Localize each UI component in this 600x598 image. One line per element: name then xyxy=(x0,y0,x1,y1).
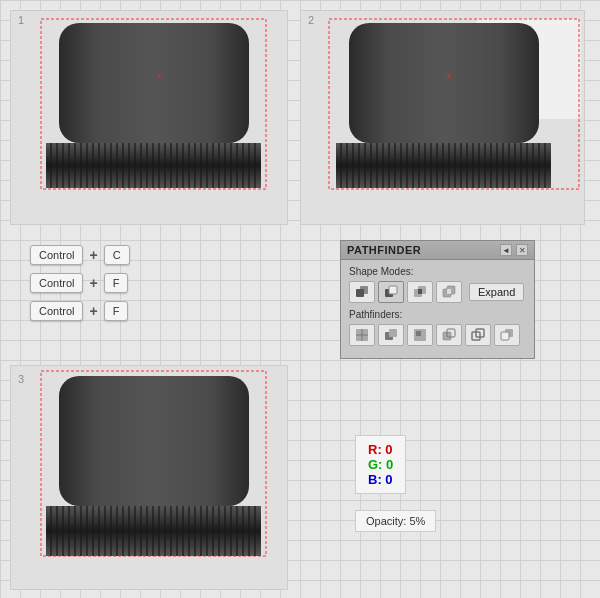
shape-minus-front-btn[interactable] xyxy=(378,281,404,303)
step1-label: 1 xyxy=(18,14,24,26)
key-control-2: Control xyxy=(30,273,83,293)
color-r-value: R: 0 xyxy=(368,442,393,457)
shape-unite-btn[interactable] xyxy=(349,281,375,303)
expand-button[interactable]: Expand xyxy=(469,283,524,301)
keyboard-shortcuts: Control + C Control + F Control + F xyxy=(30,245,230,321)
shortcut-row-1: Control + C xyxy=(30,245,230,265)
step2-label: 2 xyxy=(308,14,314,26)
pathfinder-divide-btn[interactable] xyxy=(349,324,375,346)
pathfinder-outline-btn[interactable] xyxy=(465,324,491,346)
key-c: C xyxy=(104,245,130,265)
pathfinder-minus-back-btn[interactable] xyxy=(494,324,520,346)
panel-step3 xyxy=(10,365,288,590)
key-f-2: F xyxy=(104,301,129,321)
lens-image-2 xyxy=(301,11,586,226)
panel-step2 xyxy=(300,10,585,225)
key-control-1: Control xyxy=(30,245,83,265)
opacity-label: Opacity: 5% xyxy=(366,515,425,527)
step3-label: 3 xyxy=(18,373,24,385)
pathfinder-controls: ◄ ✕ xyxy=(500,244,528,256)
pathfinder-close-btn[interactable]: ✕ xyxy=(516,244,528,256)
pathfinder-title: PATHFINDER xyxy=(347,244,421,256)
svg-rect-121 xyxy=(389,286,397,294)
shortcut-row-2: Control + F xyxy=(30,273,230,293)
pathfinder-merge-btn[interactable] xyxy=(407,324,433,346)
pathfinder-title-bar: PATHFINDER ◄ ✕ xyxy=(341,241,534,260)
lens-image-3 xyxy=(11,366,289,591)
panel-step1 xyxy=(10,10,288,225)
svg-rect-80 xyxy=(59,376,249,506)
lens-image-1 xyxy=(11,11,289,226)
plus-icon-3: + xyxy=(89,303,97,319)
svg-point-2 xyxy=(157,74,161,78)
pathfinders-label: Pathfinders: xyxy=(349,309,526,320)
pathfinders-buttons xyxy=(349,324,526,346)
svg-rect-124 xyxy=(418,289,422,294)
svg-rect-140 xyxy=(501,332,509,340)
pathfinder-panel: PATHFINDER ◄ ✕ Shape Modes: Expand xyxy=(340,240,535,359)
shape-modes-label: Shape Modes: xyxy=(349,266,526,277)
svg-rect-127 xyxy=(447,289,451,294)
key-f-1: F xyxy=(104,273,129,293)
key-control-3: Control xyxy=(30,301,83,321)
color-g-value: G: 0 xyxy=(368,457,393,472)
svg-rect-134 xyxy=(416,331,421,336)
pathfinder-trim-btn[interactable] xyxy=(378,324,404,346)
shape-exclude-btn[interactable] xyxy=(436,281,462,303)
shape-modes-buttons: Expand xyxy=(349,281,526,303)
plus-icon-2: + xyxy=(89,275,97,291)
plus-icon-1: + xyxy=(89,247,97,263)
opacity-box: Opacity: 5% xyxy=(355,510,436,532)
pathfinder-crop-btn[interactable] xyxy=(436,324,462,346)
shape-intersect-btn[interactable] xyxy=(407,281,433,303)
pathfinder-body: Shape Modes: Expand Pathfinders: xyxy=(341,260,534,358)
color-b-value: B: 0 xyxy=(368,472,393,487)
svg-rect-1 xyxy=(59,23,249,143)
shortcut-row-3: Control + F xyxy=(30,301,230,321)
pathfinder-collapse-btn[interactable]: ◄ xyxy=(500,244,512,256)
svg-point-42 xyxy=(447,74,451,78)
color-info-box: R: 0 G: 0 B: 0 xyxy=(355,435,406,494)
svg-rect-119 xyxy=(360,289,364,294)
svg-rect-41 xyxy=(349,23,539,143)
svg-rect-132 xyxy=(389,329,397,337)
